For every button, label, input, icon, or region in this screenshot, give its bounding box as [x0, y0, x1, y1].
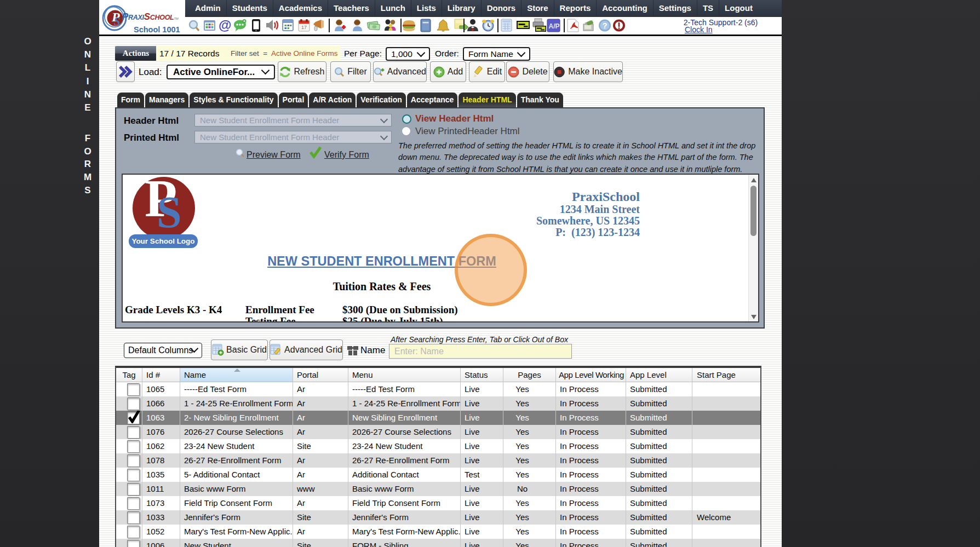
svg-text:@: @ — [219, 18, 231, 32]
svg-text:School 1001: School 1001 — [134, 25, 180, 34]
svg-text:S: S — [114, 15, 121, 28]
svg-text:A/P: A/P — [549, 22, 560, 30]
svg-text:PRAXISCHOOLTM: PRAXISCHOOLTM — [122, 11, 179, 22]
svg-text:?: ? — [603, 21, 608, 30]
svg-text:17: 17 — [301, 25, 307, 30]
